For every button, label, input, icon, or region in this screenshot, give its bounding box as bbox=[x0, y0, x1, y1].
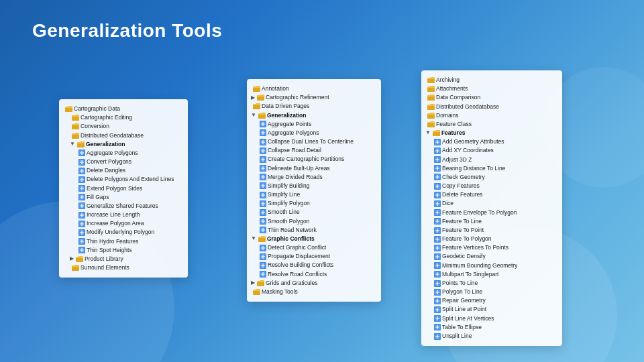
list-item[interactable]: Unsplit Line bbox=[425, 332, 558, 341]
list-item[interactable]: Simplify Building bbox=[251, 182, 377, 190]
list-item[interactable]: Feature Vertices To Points bbox=[425, 243, 558, 252]
list-item[interactable]: Attachments bbox=[425, 84, 558, 93]
list-item[interactable]: ▶ Product Library bbox=[63, 255, 184, 263]
list-item[interactable]: Domains bbox=[425, 111, 558, 120]
item-label: Thin Road Network bbox=[268, 226, 317, 235]
list-item[interactable]: Merge Divided Roads bbox=[251, 173, 377, 182]
list-item[interactable]: Adjust 3D Z bbox=[425, 156, 558, 164]
list-item[interactable]: ▶ Grids and Graticules bbox=[251, 279, 377, 288]
list-item[interactable]: Split Line at Point bbox=[425, 305, 558, 314]
list-item[interactable]: Archiving bbox=[425, 76, 558, 84]
list-item[interactable]: ▼ Features bbox=[425, 129, 558, 137]
item-label: Annotation bbox=[262, 84, 289, 93]
list-item[interactable]: Polygon To Line bbox=[425, 288, 558, 296]
item-label: Feature Class bbox=[436, 120, 472, 129]
list-item[interactable]: Delete Features bbox=[425, 190, 558, 199]
list-item[interactable]: Resolve Road Conflicts bbox=[251, 270, 377, 279]
list-item[interactable]: Dice bbox=[425, 199, 558, 208]
item-label: Delete Dangles bbox=[87, 166, 125, 175]
tool-icon bbox=[434, 280, 441, 287]
list-item[interactable]: Table To Ellipse bbox=[425, 323, 558, 332]
list-item[interactable]: Feature To Point bbox=[425, 226, 558, 235]
list-item[interactable]: Annotation bbox=[251, 84, 377, 93]
list-item[interactable]: Smooth Line bbox=[251, 208, 377, 217]
list-item[interactable]: Delineate Built-Up Areas bbox=[251, 164, 377, 173]
item-label: Create Cartographic Partitions bbox=[268, 155, 344, 164]
list-item[interactable]: Add XY Coordinates bbox=[425, 146, 558, 155]
list-item[interactable]: Delete Dangles bbox=[63, 166, 184, 175]
item-label: Product Library bbox=[85, 255, 123, 263]
list-item[interactable]: Cartographic Data bbox=[63, 105, 184, 113]
list-item[interactable]: ▼ Generalization bbox=[63, 140, 184, 149]
list-item[interactable]: Aggregate Polygons bbox=[63, 149, 184, 158]
list-item[interactable]: Increase Line Length bbox=[63, 210, 184, 219]
list-item[interactable]: Surround Elements bbox=[63, 263, 184, 272]
list-item[interactable]: Feature Envelope To Polygon bbox=[425, 208, 558, 217]
list-item[interactable]: Geodetic Densify bbox=[425, 252, 558, 261]
list-item[interactable]: Conversion bbox=[63, 122, 184, 131]
list-item[interactable]: Simplify Polygon bbox=[251, 199, 377, 208]
tool-icon bbox=[434, 262, 441, 269]
list-item[interactable]: Distributed Geodatabase bbox=[425, 103, 558, 111]
list-item[interactable]: Fill Gaps bbox=[63, 193, 184, 202]
folder-icon bbox=[258, 236, 266, 242]
folder-icon bbox=[258, 113, 266, 119]
tool-icon bbox=[434, 315, 441, 322]
list-item[interactable]: Create Cartographic Partitions bbox=[251, 155, 377, 164]
list-item[interactable]: Simplify Line bbox=[251, 190, 377, 199]
panel-left: Cartographic Data Cartographic Editing C… bbox=[59, 99, 188, 278]
tool-icon bbox=[434, 147, 441, 154]
item-label: Grids and Graticules bbox=[266, 279, 317, 288]
list-item[interactable]: ▼ Graphic Conflicts bbox=[251, 235, 377, 243]
list-item[interactable]: Aggregate Points bbox=[251, 120, 377, 129]
list-item[interactable]: Split Line At Vertices bbox=[425, 314, 558, 323]
item-label: Points To Line bbox=[442, 279, 478, 288]
tool-icon bbox=[434, 227, 441, 234]
panel-right: Archiving Attachments Data Comparison Di… bbox=[421, 70, 562, 346]
list-item[interactable]: Multipart To Singlepart bbox=[425, 270, 558, 279]
list-item[interactable]: Add Geometry Attributes bbox=[425, 137, 558, 146]
list-item[interactable]: Minimum Bounding Geometry bbox=[425, 261, 558, 270]
list-item[interactable]: Delete Polygons And Extend Lines bbox=[63, 175, 184, 184]
tool-icon bbox=[260, 200, 266, 207]
item-label: Repair Geometry bbox=[442, 296, 486, 305]
tool-icon bbox=[260, 121, 266, 127]
list-item[interactable]: ▼ Generalization bbox=[251, 111, 377, 120]
list-item[interactable]: Thin Road Network bbox=[251, 226, 377, 235]
item-label: Increase Polygon Area bbox=[87, 219, 144, 228]
list-item[interactable]: Thin Spot Heights bbox=[63, 246, 184, 255]
list-item[interactable]: Collapse Road Detail bbox=[251, 146, 377, 155]
list-item[interactable]: Copy Features bbox=[425, 182, 558, 190]
list-item[interactable]: Masking Tools bbox=[251, 288, 377, 296]
list-item[interactable]: Distributed Geodatabase bbox=[63, 131, 184, 140]
list-item[interactable]: Extend Polygon Sides bbox=[63, 184, 184, 193]
list-item[interactable]: Smooth Polygon bbox=[251, 217, 377, 226]
list-item[interactable]: Modify Underlying Polygon bbox=[63, 228, 184, 237]
item-label: Feature To Polygon bbox=[442, 235, 492, 243]
list-item[interactable]: ▶ Cartographic Refinement bbox=[251, 93, 377, 102]
tool-icon bbox=[434, 306, 441, 313]
list-item[interactable]: Convert Polygons bbox=[63, 158, 184, 166]
list-item[interactable]: Detect Graphic Conflict bbox=[251, 243, 377, 252]
list-item[interactable]: Data Driven Pages bbox=[251, 102, 377, 111]
list-item[interactable]: Resolve Building Conflicts bbox=[251, 261, 377, 269]
list-item[interactable]: Thin Hydro Features bbox=[63, 237, 184, 246]
list-item[interactable]: Bearing Distance To Line bbox=[425, 164, 558, 173]
list-item[interactable]: Generalize Shared Features bbox=[63, 202, 184, 210]
list-item[interactable]: Propagate Displacement bbox=[251, 252, 377, 261]
list-item[interactable]: Feature To Line bbox=[425, 217, 558, 226]
tool-icon bbox=[434, 245, 441, 251]
list-item[interactable]: Collapse Dual Lines To Centerline bbox=[251, 137, 377, 146]
list-item[interactable]: Increase Polygon Area bbox=[63, 219, 184, 228]
list-item[interactable]: Check Geometry bbox=[425, 173, 558, 182]
item-label: Attachments bbox=[436, 84, 468, 93]
list-item[interactable]: Feature Class bbox=[425, 120, 558, 129]
list-item[interactable]: Repair Geometry bbox=[425, 296, 558, 305]
item-label: Data Comparison bbox=[436, 93, 480, 102]
list-item[interactable]: Cartographic Editing bbox=[63, 113, 184, 122]
list-item[interactable]: Data Comparison bbox=[425, 93, 558, 102]
item-label: Domains bbox=[436, 111, 459, 120]
list-item[interactable]: Feature To Polygon bbox=[425, 235, 558, 243]
list-item[interactable]: Points To Line bbox=[425, 279, 558, 288]
list-item[interactable]: Aggregate Polygons bbox=[251, 129, 377, 137]
